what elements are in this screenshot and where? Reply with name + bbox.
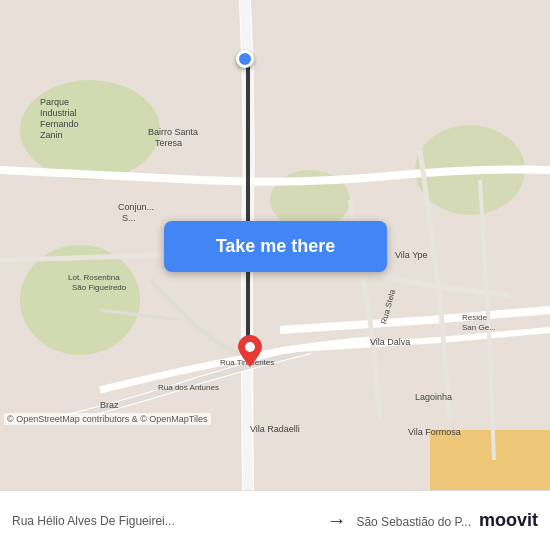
arrow-icon: → <box>326 509 346 532</box>
svg-text:Vila Formosa: Vila Formosa <box>408 427 461 437</box>
svg-text:Rua dos Antunes: Rua dos Antunes <box>158 383 219 392</box>
svg-text:Bairro Santa: Bairro Santa <box>148 127 198 137</box>
route-from: Rua Hélio Alves De Figueirei... <box>12 514 316 528</box>
map-attribution: © OpenStreetMap contributors & © OpenMap… <box>4 413 211 425</box>
end-marker <box>238 335 262 367</box>
svg-text:Vila Dalva: Vila Dalva <box>370 337 410 347</box>
svg-point-27 <box>245 342 255 352</box>
svg-text:Vila Ype: Vila Ype <box>395 250 428 260</box>
svg-text:Industrial: Industrial <box>40 108 77 118</box>
svg-text:Lot. Rosentina: Lot. Rosentina <box>68 273 120 282</box>
svg-text:São Figueiredo: São Figueiredo <box>72 283 127 292</box>
svg-text:S...: S... <box>122 213 136 223</box>
svg-text:Fernando: Fernando <box>40 119 79 129</box>
svg-text:Conjun...: Conjun... <box>118 202 154 212</box>
svg-text:Lagoinha: Lagoinha <box>415 392 452 402</box>
svg-text:San Ge...: San Ge... <box>462 323 496 332</box>
svg-text:Vila Radaelli: Vila Radaelli <box>250 424 300 434</box>
svg-point-2 <box>20 245 140 355</box>
svg-text:Reside: Reside <box>462 313 487 322</box>
moovit-logo: moovit <box>479 510 538 531</box>
bottom-bar: Rua Hélio Alves De Figueirei... → São Se… <box>0 490 550 550</box>
route-info: Rua Hélio Alves De Figueirei... <box>12 514 316 528</box>
svg-text:Zanin: Zanin <box>40 130 63 140</box>
svg-text:Braz: Braz <box>100 400 119 410</box>
moovit-text: moovit <box>479 510 538 531</box>
start-marker <box>236 50 254 68</box>
svg-text:Teresa: Teresa <box>155 138 182 148</box>
map-container: Parque Industrial Fernando Zanin Bairro … <box>0 0 550 490</box>
route-to: São Sebastião do P... <box>356 515 471 529</box>
svg-rect-5 <box>430 430 550 490</box>
take-me-there-button[interactable]: Take me there <box>164 221 387 272</box>
svg-text:Parque: Parque <box>40 97 69 107</box>
route-to-container: São Sebastião do P... <box>356 512 471 530</box>
